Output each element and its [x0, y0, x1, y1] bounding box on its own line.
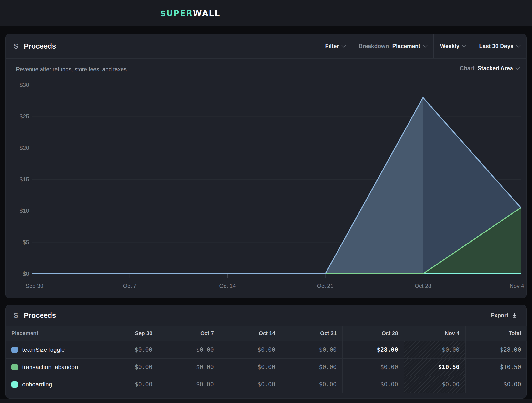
filter-dropdown[interactable]: Filter	[318, 34, 352, 58]
chart-type-label: Chart	[460, 65, 474, 72]
column-header: Placement	[6, 326, 97, 341]
value-cell: $0.00	[97, 376, 158, 393]
column-header: Oct 21	[281, 326, 343, 341]
chevron-down-icon	[423, 43, 427, 47]
placement-name: transaction_abandon	[22, 364, 78, 370]
row-label: teamSizeToggle	[6, 341, 97, 359]
column-header: Oct 28	[343, 326, 404, 341]
breakdown-label: Breakdown	[358, 43, 389, 50]
logo-text-secondary: WALL	[193, 9, 220, 18]
filter-label: Filter	[325, 43, 339, 50]
value-cell: $10.50	[404, 359, 466, 376]
breakdown-dropdown[interactable]: Breakdown Placement	[352, 34, 433, 58]
chart-card-header: $ Proceeds Filter Breakdown Placement We…	[6, 34, 526, 59]
page: $UPERWALL $ Proceeds Filter Breakdown Pl…	[0, 0, 532, 403]
column-header: Oct 14	[220, 326, 281, 341]
value-cell: $0.00	[158, 341, 220, 359]
date-range-dropdown[interactable]: Last 30 Days	[472, 34, 526, 58]
table-row: onboarding$0.00$0.00$0.00$0.00$0.00$0.00…	[6, 376, 527, 393]
proceeds-table-card: $ Proceeds Export PlacementSep 30Oct 7Oc…	[5, 305, 527, 399]
interval-value: Weekly	[440, 43, 460, 50]
value-cell: $0.00	[343, 359, 404, 376]
column-header: Nov 4	[404, 326, 466, 341]
x-axis-label: Oct 21	[317, 283, 334, 289]
value-cell: $0.00	[281, 341, 343, 359]
x-axis-label: Oct 7	[123, 283, 136, 289]
dollar-icon: $	[14, 42, 18, 50]
column-header: Oct 7	[158, 326, 220, 341]
proceeds-table: PlacementSep 30Oct 7Oct 14Oct 21Oct 28No…	[6, 326, 527, 393]
table-card-header: $ Proceeds Export	[6, 305, 526, 326]
export-label: Export	[491, 312, 508, 319]
table-header-row: PlacementSep 30Oct 7Oct 14Oct 21Oct 28No…	[6, 326, 527, 341]
value-cell: $0.00	[281, 359, 343, 376]
proceeds-chart-card: $ Proceeds Filter Breakdown Placement We…	[5, 34, 527, 298]
value-cell: $0.00	[158, 376, 220, 393]
column-header: Sep 30	[97, 326, 158, 341]
y-axis-label: $10	[20, 208, 29, 214]
series-swatch	[11, 381, 18, 388]
top-bar: $UPERWALL	[0, 0, 532, 26]
x-axis-label: Oct 14	[219, 283, 236, 289]
card-title: Proceeds	[24, 311, 56, 319]
series-swatch	[11, 347, 18, 353]
x-axis-label: Sep 30	[26, 283, 43, 289]
y-axis-label: $5	[23, 239, 29, 245]
download-icon	[512, 312, 518, 318]
y-axis-label: $15	[20, 176, 29, 183]
date-range-value: Last 30 Days	[479, 43, 513, 50]
bottom-strip	[0, 399, 532, 403]
total-cell: $10.50	[465, 359, 527, 376]
value-cell: $0.00	[220, 359, 281, 376]
value-cell: $0.00	[404, 376, 466, 393]
export-button[interactable]: Export	[491, 312, 518, 319]
chart-type-value: Stacked Area	[478, 65, 513, 72]
chart-controls: Filter Breakdown Placement Weekly Last 3…	[318, 34, 526, 58]
breakdown-value: Placement	[392, 43, 420, 50]
x-axis-label: Oct 28	[415, 283, 431, 289]
value-cell: $0.00	[281, 376, 343, 393]
row-label: onboarding	[6, 376, 97, 393]
dollar-icon: $	[14, 311, 18, 319]
logo-text-primary: $UPER	[160, 9, 193, 18]
x-axis-label: Nov 4	[510, 283, 524, 289]
value-cell: $0.00	[404, 341, 466, 359]
table-row: transaction_abandon$0.00$0.00$0.00$0.00$…	[6, 359, 527, 376]
total-cell: $0.00	[465, 376, 527, 393]
series-swatch	[11, 364, 18, 370]
value-cell: $0.00	[158, 359, 220, 376]
y-axis-label: $25	[20, 113, 29, 120]
placement-name: teamSizeToggle	[22, 346, 65, 353]
y-axis-label: $0	[23, 271, 29, 277]
card-title: Proceeds	[24, 42, 56, 50]
table-row: teamSizeToggle$0.00$0.00$0.00$0.00$28.00…	[6, 341, 527, 359]
chevron-down-icon	[462, 43, 466, 47]
value-cell: $0.00	[220, 341, 281, 359]
chart-type-dropdown[interactable]: Chart Stacked Area	[460, 65, 519, 72]
placement-name: onboarding	[22, 381, 52, 388]
value-cell: $28.00	[343, 341, 404, 359]
interval-dropdown[interactable]: Weekly	[434, 34, 472, 58]
chevron-down-icon	[516, 66, 520, 70]
value-cell: $0.00	[220, 376, 281, 393]
total-cell: $28.00	[465, 341, 527, 359]
chart-plot-area[interactable]	[32, 85, 521, 274]
y-axis-label: $20	[20, 145, 29, 151]
value-cell: $0.00	[97, 359, 158, 376]
chart-subtitle: Revenue after refunds, store fees, and t…	[16, 66, 127, 73]
chevron-down-icon	[516, 43, 521, 47]
column-header: Total	[465, 326, 527, 341]
row-label: transaction_abandon	[6, 359, 97, 376]
superwall-logo[interactable]: $UPERWALL	[160, 9, 220, 18]
value-cell: $0.00	[97, 341, 158, 359]
chevron-down-icon	[342, 43, 346, 47]
y-axis-label: $30	[20, 82, 29, 88]
value-cell: $0.00	[343, 376, 404, 393]
